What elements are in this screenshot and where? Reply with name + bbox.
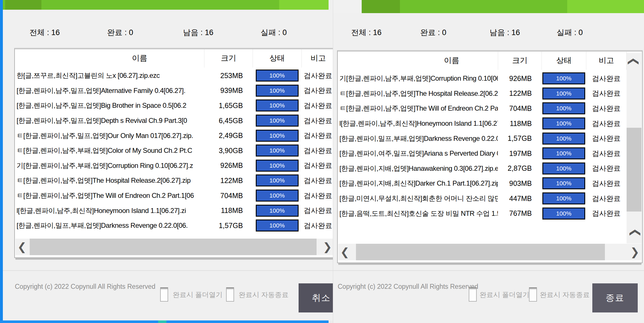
table-row[interactable]: ㅌ[한글,렌파이,남주,업뎃]The Will of Endreon Ch.2 … <box>15 188 333 203</box>
progress-cell: 100% <box>542 192 586 204</box>
horizontal-scrollbar[interactable]: ❮ ❯ <box>338 244 641 260</box>
remark-text: 검사완료 <box>586 209 627 218</box>
progress-label: 100% <box>556 135 571 142</box>
progress-cell: 100% <box>542 177 586 189</box>
horizontal-scrollbar-thumb[interactable] <box>30 239 317 255</box>
titlebar-segment-light <box>279 0 329 10</box>
table-row[interactable]: ㅌ[한글,렌파이,남주,부패,업뎃]Color of My Sound Ch.2… <box>15 143 333 158</box>
remark-text: 검사완료 <box>301 206 333 215</box>
stat-item: 완료 : 0 <box>420 27 446 38</box>
file-name: ㅌ[한글,렌파이,남주,부패,업뎃]Color of My Sound Ch.2… <box>15 146 204 155</box>
table-header: 이름 크기 상태 비고 <box>338 52 642 70</box>
progress-bar: 100% <box>256 99 299 111</box>
progress-bar: 100% <box>542 72 585 84</box>
table-row[interactable]: [한글,렌파이,남주,밀프,업뎃]Big Brother in Space 0.… <box>15 98 333 113</box>
progress-cell: 100% <box>542 72 586 84</box>
table-row[interactable]: 한[글,쯔꾸르,최신작]고블린의 노x [06.27].zip.ezc 253M… <box>15 68 333 83</box>
progress-cell: 100% <box>253 220 301 231</box>
exit-button[interactable]: 종료 <box>592 283 638 312</box>
table-row[interactable]: [한글,렌파이,밀프,부패,업뎃]Darkness Revenge 0.22.0… <box>338 131 642 146</box>
file-size: 3,90GB <box>204 147 253 155</box>
progress-label: 100% <box>556 75 571 82</box>
table-row[interactable]: ㅌ[한글,렌파이,남주,업뎃]The Hospital Release.2[06… <box>15 173 333 188</box>
file-size: 6,45GB <box>204 117 253 125</box>
scroll-down-icon[interactable]: ❯ <box>627 226 641 241</box>
progress-cell: 100% <box>253 70 301 82</box>
file-name: ㅌ[한글,렌파이,남주,업뎃]The Will of Endreon Ch.2 … <box>15 191 204 200</box>
remark-text: 검사완료 <box>301 86 333 95</box>
column-header-status[interactable]: 상태 <box>542 52 586 70</box>
table-row[interactable]: ㅌ[한글,렌파이,남주,밀프,업뎃]Our Only Man 017[06.27… <box>15 128 333 143</box>
column-header-size[interactable]: 크기 <box>498 52 542 70</box>
progress-label: 100% <box>269 147 285 154</box>
remark-text: 검사완료 <box>301 146 333 155</box>
progress-bar: 100% <box>256 130 299 142</box>
remark-text: 검사완료 <box>586 119 627 128</box>
stat-item: 완료 : 0 <box>107 27 133 38</box>
file-name: ㅌ[한글,렌파이,남주,밀프,업뎃]Our Only Man 017[06.27… <box>15 131 204 140</box>
stat-item: 전체 : 16 <box>351 27 382 38</box>
table-row[interactable]: [한글,음떡,도트,최신작]호신술 도장 비밀 NTR 수업 1.5[06.: … <box>338 206 642 221</box>
file-name: [한글,렌파이,여주,밀프,업뎃]Ariana s Perverted Diar… <box>338 149 498 158</box>
table-row[interactable]: [한글,렌파이,남주,밀프,업뎃]Alternative Family 0.4[… <box>15 83 333 98</box>
progress-label: 100% <box>556 105 571 112</box>
column-header-remark[interactable]: 비고 <box>301 49 333 68</box>
column-header-status[interactable]: 상태 <box>253 49 301 68</box>
progress-bar: 100% <box>256 115 299 127</box>
remark-text: 검사완료 <box>586 104 627 113</box>
column-header-name[interactable]: 이름 <box>15 49 204 68</box>
progress-cell: 100% <box>253 85 301 97</box>
table-row[interactable]: ㅌ[한글,렌파이,남주,업뎃]The Will of Endreon Ch.2 … <box>338 101 642 116</box>
table-row[interactable]: [한글,렌파이,여주,밀프,업뎃]Ariana s Perverted Diar… <box>338 146 642 161</box>
remark-text: 검사완료 <box>301 176 333 185</box>
file-name: [한글,렌파이,밀프,부패,업뎃]Darkness Revenge 0.22.0… <box>338 134 498 143</box>
remark-text: 검사완료 <box>301 161 333 170</box>
stat-item: 실패 : 0 <box>261 27 287 38</box>
file-size: 1,65GB <box>204 101 253 110</box>
file-name: l[한글,렌파이,남주,최신작]Honeymoon Island 1.1[06.… <box>338 119 498 128</box>
column-header-size[interactable]: 크기 <box>204 49 253 68</box>
titlebar[interactable] <box>3 0 329 10</box>
file-size: 253MB <box>204 72 253 80</box>
table-rows: 한[글,쯔꾸르,최신작]고블린의 노x [06.27].zip.ezc 253M… <box>15 68 333 233</box>
table-header: 이름 크기 상태 비고 <box>15 49 333 68</box>
open-folder-checkbox[interactable] <box>160 287 168 302</box>
table-row[interactable]: [한글,렌파이,지배,최신작]Darker Ch.1 Part.1[06.27]… <box>338 176 642 191</box>
table-row[interactable]: 기[한글,렌파이,남주,부패,업뎃]Corruption Ring 0.10[0… <box>338 71 642 86</box>
progress-label: 100% <box>556 165 571 172</box>
vertical-scrollbar[interactable]: ❮ ❯ <box>627 53 641 243</box>
scroll-left-icon[interactable]: ❮ <box>338 244 351 260</box>
stat-item: 남음 : 16 <box>490 27 520 38</box>
scroll-right-icon[interactable]: ❯ <box>321 239 333 255</box>
table-row[interactable]: l[한글,렌파이,남주,최신작]Honeymoon Island 1.1[06.… <box>338 116 642 131</box>
table-row[interactable]: ㅌ[한글,렌파이,남주,업뎃]The Hospital Release.2[06… <box>338 86 642 101</box>
table-row[interactable]: [한글,미연시,무설치,최신작]회춘한 어머니 잔소리 많던 아줌 447MB … <box>338 191 642 206</box>
scroll-up-icon[interactable]: ❮ <box>627 55 641 70</box>
table-row[interactable]: [한글,렌파이,남주,밀프,업뎃]Depth s Revival Ch.9 Pa… <box>15 113 333 128</box>
column-header-name[interactable]: 이름 <box>338 52 498 70</box>
progress-cell: 100% <box>253 174 301 186</box>
progress-label: 100% <box>556 90 571 97</box>
table-row[interactable]: [한글,렌파이,밀프,부패,업뎃]Darkness Revenge 0.22.0… <box>15 218 333 233</box>
table-row[interactable]: [한글,렌파이,지배,업뎃]Hanawakening 0.3[06.27].zi… <box>338 161 642 176</box>
file-size: 197MB <box>498 149 542 158</box>
open-folder-label: 완료시 폴더열기 <box>173 290 223 299</box>
auto-close-checkbox[interactable] <box>529 287 537 302</box>
table-row[interactable]: l[한글,렌파이,남주,최신작]Honeymoon Island 1.1[06.… <box>15 203 333 218</box>
progress-bar: 100% <box>256 160 299 172</box>
progress-cell: 100% <box>253 145 301 157</box>
vertical-scrollbar-thumb[interactable] <box>627 128 641 212</box>
open-folder-checkbox[interactable] <box>469 287 477 302</box>
column-header-remark[interactable]: 비고 <box>586 52 627 70</box>
horizontal-scrollbar[interactable]: ❮ ❯ <box>15 239 333 255</box>
horizontal-scrollbar-thumb[interactable] <box>356 244 605 260</box>
progress-cell: 100% <box>542 162 586 174</box>
table-row[interactable]: 기[한글,렌파이,남주,부패,업뎃]Corruption Ring 0.10[0… <box>15 158 333 173</box>
auto-close-checkbox[interactable] <box>226 287 234 302</box>
stat-item: 실패 : 0 <box>557 27 583 38</box>
scroll-left-icon[interactable]: ❮ <box>15 239 29 255</box>
remark-text: 검사완료 <box>301 101 333 110</box>
titlebar[interactable] <box>333 0 644 13</box>
cancel-button[interactable]: 취소 <box>299 283 333 312</box>
scroll-right-icon[interactable]: ❯ <box>628 244 641 260</box>
